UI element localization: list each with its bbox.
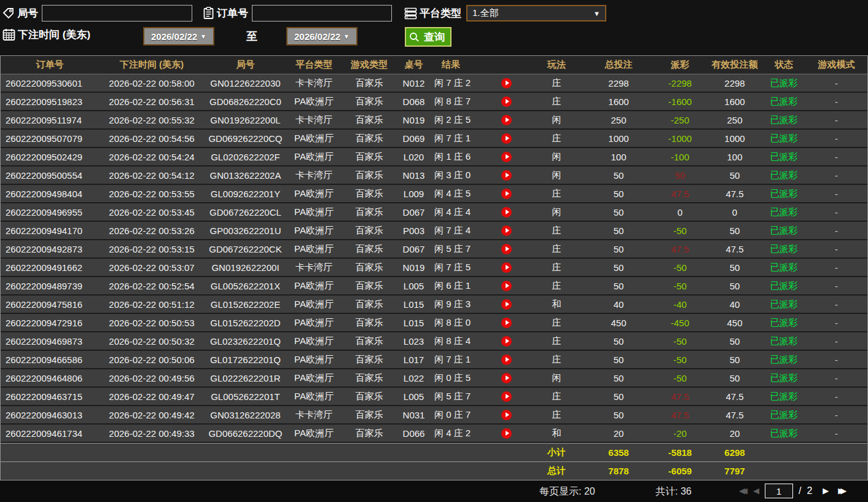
orders-table: 订单号 下注时间 (美东) 局号 平台类型 游戏类型 桌号 结果 玩法 总投注 …: [0, 55, 868, 480]
cell-round-no: GN0192622200I: [205, 259, 286, 276]
result-text: 闲 6 庄 1: [434, 280, 471, 292]
replay-play-icon[interactable]: [501, 170, 512, 181]
page-number-input[interactable]: [765, 484, 793, 498]
cell-table-no: L009: [397, 185, 431, 202]
round-label: 局号: [17, 6, 38, 20]
cell-bet-time: 2026-02-22 00:53:45: [99, 203, 205, 221]
replay-play-icon[interactable]: [501, 244, 512, 254]
cell-game-type: 百家乐: [342, 240, 397, 257]
cell-status: 已派彩: [762, 369, 805, 386]
cell-table-no: D067: [397, 240, 431, 257]
cell-platform-type: 卡卡湾厅: [286, 167, 342, 184]
replay-play-icon[interactable]: [501, 207, 512, 218]
round-filter: 局号: [2, 5, 192, 22]
cell-result: 闲 7 庄 5: [431, 259, 529, 276]
table-row: 260222009466586 2026-02-22 00:50:06 GL01…: [1, 351, 867, 369]
replay-play-icon[interactable]: [501, 281, 512, 291]
cell-status: 已派彩: [762, 296, 805, 313]
replay-play-icon[interactable]: [501, 355, 512, 365]
cell-payout: -450: [653, 314, 707, 331]
cell-play-type: 和: [529, 425, 584, 442]
cell-table-no: N013: [397, 167, 431, 184]
replay-play-icon[interactable]: [501, 78, 512, 88]
cell-play-type: 庄: [529, 185, 584, 202]
replay-play-icon[interactable]: [501, 262, 512, 273]
date-from-button[interactable]: 2026/02/22 ▼: [143, 27, 214, 45]
cell-result: 闲 7 庄 1: [431, 351, 529, 368]
replay-play-icon[interactable]: [501, 189, 512, 199]
play-triangle-icon: [506, 80, 509, 85]
cell-bet-time: 2026-02-22 00:56:31: [99, 93, 205, 110]
cell-valid-bet: 40: [707, 296, 762, 313]
cell-total-bet: 50: [584, 332, 653, 350]
replay-play-icon[interactable]: [501, 336, 512, 347]
replay-play-icon[interactable]: [501, 428, 512, 439]
replay-play-icon[interactable]: [501, 96, 512, 107]
result-text: 闲 5 庄 7: [434, 391, 471, 402]
cell-play-type: 庄: [529, 130, 584, 147]
last-page-icon[interactable]: ▶▶: [838, 484, 846, 498]
cell-bet-time: 2026-02-22 00:53:15: [99, 240, 205, 257]
cell-bet-time: 2026-02-22 00:52:54: [99, 277, 205, 294]
cell-game-type: 百家乐: [342, 130, 397, 147]
replay-play-icon[interactable]: [501, 299, 512, 310]
cell-platform-type: PA欧洲厅: [286, 314, 342, 331]
first-page-icon[interactable]: ◀◀: [739, 484, 748, 498]
cell-platform-type: 卡卡湾厅: [286, 406, 342, 423]
query-button[interactable]: 查询: [405, 27, 452, 47]
cell-round-no: GN01226222030: [205, 74, 286, 92]
cell-payout: 50: [653, 167, 707, 184]
round-input[interactable]: [42, 5, 192, 22]
replay-play-icon[interactable]: [501, 410, 512, 420]
play-triangle-icon: [506, 246, 509, 251]
cell-game-mode: -: [805, 148, 867, 165]
cell-game-mode: -: [805, 406, 867, 423]
cell-table-no: D069: [397, 130, 431, 147]
cell-platform-type: PA欧洲厅: [286, 93, 342, 110]
cell-table-no: N012: [397, 74, 431, 92]
platform-select[interactable]: 1.全部 ▼: [466, 5, 606, 22]
play-triangle-icon: [506, 191, 509, 196]
grand-total-valid-bet: 7797: [707, 462, 762, 480]
cell-result: 闲 1 庄 6: [431, 148, 529, 165]
cell-result: 闲 0 庄 7: [431, 406, 529, 423]
cell-round-no: GL0052622201T: [205, 388, 286, 405]
grand-total-label: 总计: [529, 462, 584, 480]
filter-bar: 局号 订单号 平台类型 1.全部 ▼ 下注时间 (美东) 2026/02/22 …: [0, 0, 868, 55]
replay-play-icon[interactable]: [501, 152, 512, 162]
table-row: 260222009511974 2026-02-22 00:55:32 GN01…: [1, 111, 867, 130]
table-row: 260222009519823 2026-02-22 00:56:31 GD06…: [1, 93, 867, 111]
replay-play-icon[interactable]: [501, 318, 512, 328]
pagination: ◀◀ ◀ / 2 ▶ ▶▶: [739, 484, 846, 498]
replay-play-icon[interactable]: [501, 226, 512, 236]
replay-play-icon[interactable]: [501, 391, 512, 402]
cell-result: 闲 5 庄 7: [431, 388, 529, 405]
cell-total-bet: 50: [584, 203, 653, 221]
col-round-no: 局号: [205, 56, 286, 74]
replay-play-icon[interactable]: [501, 115, 512, 125]
table-row: 260222009500554 2026-02-22 00:54:12 GN01…: [1, 167, 867, 185]
cell-platform-type: PA欧洲厅: [286, 296, 342, 313]
cell-valid-bet: 1000: [707, 130, 762, 147]
table-row: 260222009475816 2026-02-22 00:51:12 GL01…: [1, 296, 867, 314]
cell-round-no: GD066262220DQ: [205, 425, 286, 442]
prev-page-icon[interactable]: ◀: [753, 484, 759, 498]
date-to-button[interactable]: 2026/02/22 ▼: [286, 27, 358, 45]
replay-play-icon[interactable]: [501, 373, 512, 383]
next-page-icon[interactable]: ▶: [823, 484, 829, 498]
grand-total-total-bet: 7878: [584, 462, 653, 480]
cell-round-no: GL0092622201Y: [205, 185, 286, 202]
result-text: 闲 5 庄 7: [434, 243, 471, 255]
cell-bet-time: 2026-02-22 00:54:56: [99, 130, 205, 147]
col-bet-time: 下注时间 (美东): [99, 56, 205, 74]
cell-round-no: GN0192622200L: [205, 111, 286, 128]
play-triangle-icon: [506, 99, 509, 104]
cell-valid-bet: 100: [707, 148, 762, 165]
cell-platform-type: PA欧洲厅: [286, 130, 342, 147]
play-triangle-icon: [506, 431, 509, 436]
result-text: 闲 0 庄 5: [434, 372, 471, 384]
replay-play-icon[interactable]: [501, 133, 512, 144]
cell-game-mode: -: [805, 240, 867, 257]
order-input[interactable]: [252, 5, 392, 22]
cell-valid-bet: 50: [707, 369, 762, 386]
